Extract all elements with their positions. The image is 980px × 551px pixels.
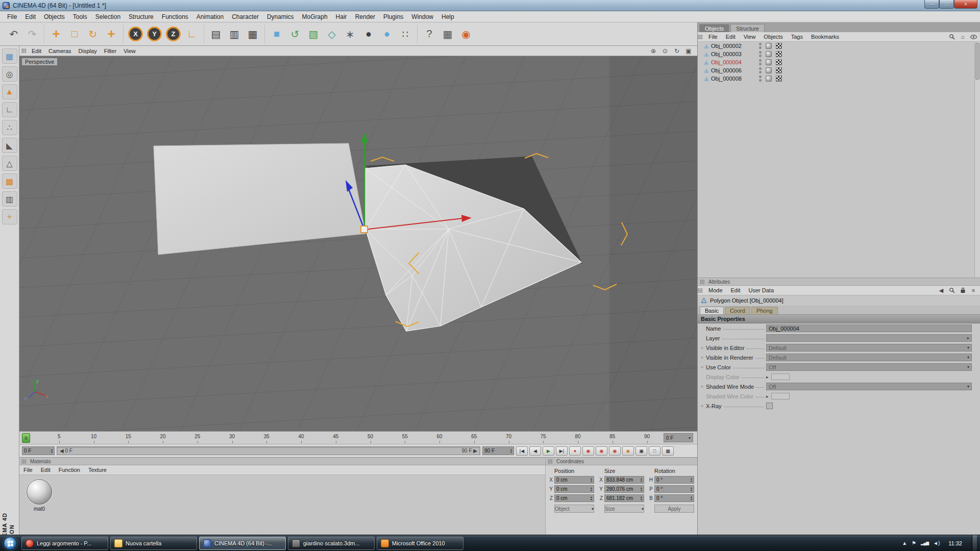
autokeying-button[interactable]: ▣ [635,446,647,456]
vp-menu-view[interactable]: View [120,48,139,54]
rotate-view-icon[interactable]: ↻ [672,47,681,55]
visible-in-renderer-dropdown[interactable]: Default▾ [766,354,972,361]
previous-frame-button[interactable]: ◀ [529,446,541,456]
vp-menu-display[interactable]: Display [75,48,101,54]
object-axis-mode-icon[interactable]: + [2,209,17,224]
spinner-icon[interactable]: ▴▾ [510,448,512,454]
eye-icon[interactable] [970,33,977,40]
menu-tools[interactable]: Tools [69,12,91,21]
expand-right-icon[interactable]: ▸ [766,394,769,399]
workplane-mode-icon[interactable]: ∟ [2,102,17,117]
menu-render[interactable]: Render [351,12,379,21]
rotate-tool-icon[interactable]: ↻ [84,25,102,43]
materials-menu-file[interactable]: File [19,467,37,473]
vp-menu-cameras[interactable]: Cameras [45,48,75,54]
goto-start-button[interactable]: |◀ [516,446,528,456]
uvw-tag-icon[interactable] [776,43,782,49]
animation-toggle-icon[interactable]: ○ [701,365,706,369]
visibility-dots[interactable] [759,76,762,82]
visibility-dots[interactable] [759,43,762,49]
panel-grip-icon[interactable] [698,35,703,39]
snap-settings-button[interactable]: ▦ [662,446,674,456]
menu-animation[interactable]: Animation [192,12,228,21]
visibility-dots[interactable] [759,67,762,73]
coordinate-system-button[interactable]: ∟ [183,25,201,43]
redo-icon[interactable]: ↷ [23,25,41,43]
taskbar-item-microsoft-office-2010[interactable]: Microsoft Office 2010 [377,537,463,550]
add-sky-icon[interactable]: ● [378,25,396,43]
position-z-field[interactable]: 0 cm▴▾ [554,494,594,502]
viewport-canvas[interactable]: y x z Perspective [19,56,697,431]
history-back-icon[interactable]: ◀ [938,287,945,294]
animation-toggle-icon[interactable]: ○ [701,404,706,408]
object-row-name[interactable]: Obj_000006 [711,67,755,73]
visibility-dots[interactable] [759,51,762,57]
om-menu-objects[interactable]: Objects [760,34,787,40]
tab-structure[interactable]: Structure [730,24,765,32]
menu-character[interactable]: Character [228,12,263,21]
add-subdivision-surface-icon[interactable]: ↺ [286,25,304,43]
materials-menu-function[interactable]: Function [55,467,84,473]
uvw-tag-icon[interactable] [776,76,782,82]
edges-mode-icon[interactable]: ◣ [2,138,17,153]
model-mode-icon[interactable]: ◎ [2,66,17,82]
menu-plugins[interactable]: Plugins [379,12,407,21]
taskbar-item-giardino-scalato-3dm[interactable]: giardino scalato.3dm... [288,537,375,550]
maximize-button[interactable]: □ [939,0,954,9]
tab-objects[interactable]: Objects [699,24,729,32]
object-row-name[interactable]: Obj_000002 [711,43,755,49]
add-array-icon[interactable]: ◇ [323,25,341,43]
attr-tab-coord[interactable]: Coord [725,307,750,314]
material-preview-sphere[interactable] [27,479,52,505]
animation-toggle-icon[interactable]: ○ [701,355,706,360]
layer-field[interactable]: ▸ [766,334,972,342]
vp-menu-filter[interactable]: Filter [101,48,120,54]
add-generator-icon[interactable]: ▧ [304,25,323,43]
show-hidden-icons-button[interactable]: ▲ [902,540,907,546]
start-button[interactable] [4,537,17,550]
clock[interactable]: 11:32 [944,540,966,546]
close-button[interactable]: × [954,0,977,9]
range-end-handle[interactable]: 90 F ▶ [462,448,477,454]
goto-end-button[interactable]: ▶| [556,446,568,456]
panel-grip-icon[interactable] [700,280,705,284]
material-item[interactable]: mat0 [24,479,54,512]
settings-list-icon[interactable]: ≡ [970,287,977,294]
render-view-icon[interactable]: ▤ [207,25,225,43]
move-tool-icon[interactable]: + [47,25,65,43]
play-forwards-button[interactable]: ▶ [543,446,554,456]
make-editable-icon[interactable]: ▲ [2,84,17,99]
record-rotation-toggle[interactable]: ◉ [609,446,621,456]
taskbar-item-leggi-argomento-p[interactable]: Leggi argomento - P... [21,537,108,550]
record-scale-toggle[interactable]: ◉ [596,446,607,456]
phong-tag-icon[interactable] [766,76,772,82]
pan-view-icon[interactable]: ⊕ [649,47,658,55]
menu-objects[interactable]: Objects [40,12,69,21]
home-icon[interactable]: ⌂ [959,33,966,40]
object-row-name[interactable]: Obj_000008 [711,76,755,82]
action-center-icon[interactable]: ⚑ [912,540,916,546]
preview-range-slider[interactable]: ◀ 0 F 90 F ▶ [57,446,480,455]
rotation-h-field[interactable]: 0 °▴▾ [654,476,694,484]
render-picture-viewer-icon[interactable]: ▥ [225,25,243,43]
lock-x-axis-button[interactable]: X [128,27,143,41]
panel-grip-icon[interactable] [698,288,703,293]
attr-menu-user-data[interactable]: User Data [745,287,778,293]
object-row-Obj_000004[interactable]: Obj_000004 [698,58,980,66]
timeline-ruler[interactable]: 0 51015202530354045505560657075808590 [19,432,662,444]
object-row-name[interactable]: Obj_000004 [711,59,755,65]
menu-mograph[interactable]: MoGraph [298,12,332,21]
object-row-Obj_000006[interactable]: Obj_000006 [698,66,980,74]
expand-right-icon[interactable]: ▸ [766,374,769,380]
om-menu-file[interactable]: File [704,34,722,40]
range-start-handle[interactable]: ◀ 0 F [60,448,72,454]
record-keyframe-button[interactable]: ● [569,446,581,456]
panel-grip-icon[interactable] [21,459,27,464]
max-frame-field[interactable]: 90 F ▴▾ [482,446,514,455]
phong-tag-icon[interactable] [766,43,772,49]
uvw-tag-icon[interactable] [776,67,782,73]
gizmo-origin-handle[interactable] [361,226,368,233]
menu-selection[interactable]: Selection [91,12,125,21]
materials-menu-edit[interactable]: Edit [37,467,55,473]
interactive-render-region-icon[interactable]: ◉ [457,25,475,43]
